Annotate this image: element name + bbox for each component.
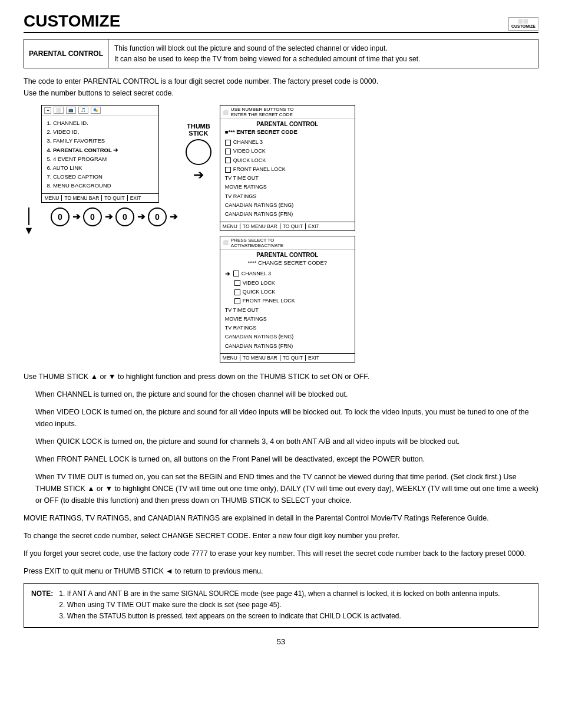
checkbox2-channel3 <box>233 271 239 276</box>
pc-item-tv-ratings: TV RATINGS <box>225 192 350 201</box>
middle-diagram-col: THUMBSTICK ➔ <box>186 105 211 363</box>
pc-item-canadian-eng: CANADIAN RATINGS (ENG) <box>225 201 350 210</box>
pc-screen-enter-code: ⬜ USE NUMBER BUTTONS TOENTER THE SECRET … <box>220 105 355 231</box>
note-item-3: 3. When the STATUS button is pressed, te… <box>59 611 500 622</box>
pc-item-quick-lock: QUICK LOCK <box>225 156 350 165</box>
page-header: CUSTOMIZE ⬜⬜ CUSTOMIZE <box>24 12 538 33</box>
menu-item-5: 5. 4 EVENT PROGRAM <box>47 154 154 163</box>
quick-para: When QUICK LOCK is turned on, the pictur… <box>35 436 538 447</box>
audio-icon: 🎵 <box>78 107 88 114</box>
forget-para: If you forget your secret code, use the … <box>24 548 538 559</box>
thumb-stick-instruction: Use THUMB STICK ▲ or ▼ to highlight func… <box>24 371 538 383</box>
arrow-4: ➔ <box>170 211 177 222</box>
code-zero-3: 0 <box>115 207 134 226</box>
pc-top-note-1: ⬜ USE NUMBER BUTTONS TOENTER THE SECRET … <box>220 106 355 119</box>
pc-item2-canadian-frn: CANADIAN RATINGS (FRN) <box>225 342 350 351</box>
note-item-2: 2. When using TV TIME OUT make sure the … <box>59 599 500 611</box>
menu-item-3: 3. FAMILY FAVORITES <box>47 136 154 145</box>
left-menu-screen: ÷ ⬜ 📺 🎵 🎭 1. CHANNEL ID. 2. VIDEO ID. 3.… <box>41 105 159 203</box>
left-screen-bottom: MENU TO MENU BAR TO QUIT EXIT <box>42 193 158 202</box>
parental-control-label: PARENTAL CONTROL <box>24 39 108 68</box>
pc-item2-video-lock: VIDEO LOCK <box>225 279 350 288</box>
pc-item2-tv-ratings: TV RATINGS <box>225 324 350 332</box>
pc-screen-change-code: ⬜ PRESS SELECT TOACTIVATE/DEACTIVATE PAR… <box>220 236 355 363</box>
arrow-line-vertical <box>28 207 29 225</box>
pc-item2-movie-ratings: MOVIE RATINGS <box>225 315 350 324</box>
movie-para: MOVIE RATINGS, TV RATINGS, and CANADIAN … <box>24 512 538 524</box>
code-info: The code to enter PARENTAL CONTROL is a … <box>24 75 538 99</box>
menu-item-1: 1. CHANNEL ID. <box>47 118 154 127</box>
pc-enter-code-label: ■*** ENTER SECRET CODE <box>220 128 355 136</box>
customize-screen-icon: ⬜ <box>54 107 64 114</box>
arrow-3: ➔ <box>137 211 145 222</box>
checkbox-quick-lock <box>225 157 231 163</box>
diagram-area: ÷ ⬜ 📺 🎵 🎭 1. CHANNEL ID. 2. VIDEO ID. 3.… <box>24 105 538 363</box>
code-entry-area: ▼ 0 ➔ 0 ➔ 0 ➔ 0 ➔ <box>24 207 177 236</box>
code-zero-1: 0 <box>51 207 70 226</box>
arrow-down-icon: ▼ <box>24 225 34 236</box>
checkbox-front-panel <box>225 167 231 173</box>
code-zeros-row: 0 ➔ 0 ➔ 0 ➔ 0 ➔ <box>51 207 177 226</box>
note-label: NOTE: <box>31 588 53 622</box>
pc-title-1: PARENTAL CONTROL <box>220 119 355 128</box>
thumb-stick-circle <box>186 139 211 165</box>
code-zero-4: 0 <box>148 207 167 226</box>
left-screen-menu: 1. CHANNEL ID. 2. VIDEO ID. 3. FAMILY FA… <box>42 116 158 193</box>
pc-bottom-2: MENU TO MENU BAR TO QUIT EXIT <box>220 353 355 362</box>
note-box: NOTE: 1. If ANT A and ANT B are in the s… <box>24 583 538 628</box>
checkbox-video-lock <box>225 149 231 154</box>
menu-item-2: 2. VIDEO ID. <box>47 127 154 136</box>
checkbox-channel3 <box>225 140 231 146</box>
checkbox2-quick-lock <box>234 289 240 295</box>
pc-items-2: ➔CHANNEL 3 VIDEO LOCK QUICK LOCK FRONT P… <box>220 266 355 353</box>
left-diagram-col: ÷ ⬜ 📺 🎵 🎭 1. CHANNEL ID. 2. VIDEO ID. 3.… <box>24 105 177 363</box>
code-zero-2: 0 <box>83 207 102 226</box>
pc-change-code-label: **** CHANGE SECRET CODE? <box>220 259 355 266</box>
checkbox2-video-lock <box>234 280 240 286</box>
right-diagram-col: ⬜ USE NUMBER BUTTONS TOENTER THE SECRET … <box>220 105 355 363</box>
note-items: 1. If ANT A and ANT B are in the same SI… <box>59 588 500 622</box>
pc-bottom-1: MENU TO MENU BAR TO QUIT EXIT <box>220 222 355 230</box>
pc-item2-front-panel: FRONT PANEL LOCK <box>225 297 350 305</box>
channel-para: When CHANNEL is turned on, the picture a… <box>35 388 538 400</box>
pc-top-note-2: ⬜ PRESS SELECT TOACTIVATE/DEACTIVATE <box>220 236 355 250</box>
exit-para: Press EXIT to quit menu or THUMB STICK ◄… <box>24 565 538 577</box>
screen-top-bar: ÷ ⬜ 📺 🎵 🎭 <box>42 106 158 116</box>
pc-item2-tv-timeout: TV TIME OUT <box>225 306 350 315</box>
parental-control-intro-box: PARENTAL CONTROL This function will bloc… <box>24 39 538 68</box>
pc-item-video-lock: VIDEO LOCK <box>225 147 350 156</box>
setup-icon: ÷ <box>44 107 51 114</box>
pc-item-tv-timeout: TV TIME OUT <box>225 174 350 183</box>
pc-item-front-panel: FRONT PANEL LOCK <box>225 165 350 174</box>
change-code-para: To change the secret code number, select… <box>24 530 538 542</box>
menu-item-6: 6. AUTO LINK <box>47 163 154 172</box>
tv-timeout-para: When TV TIME OUT is turned on, you can s… <box>35 471 538 506</box>
pc-item-canadian-frn: CANADIAN RATINGS (FRN) <box>225 210 350 219</box>
pc-item-channel3: CHANNEL 3 <box>225 138 350 147</box>
arrow-1: ➔ <box>72 211 80 222</box>
page-title: CUSTOMIZE <box>24 12 120 31</box>
front-para: When FRONT PANEL LOCK is turned on, all … <box>35 453 538 465</box>
thumb-stick-label: THUMBSTICK <box>187 123 210 137</box>
pc-item2-canadian-eng: CANADIAN RATINGS (ENG) <box>225 332 350 341</box>
note-item-1: 1. If ANT A and ANT B are in the same SI… <box>59 588 500 599</box>
video-icon: 📺 <box>66 107 76 114</box>
menu-item-8: 8. MENU BACKGROUND <box>47 181 154 190</box>
right-arrow-icon: ➔ <box>193 167 204 183</box>
menu-item-4: 4. PARENTAL CONTROL ➔ <box>47 146 154 154</box>
pc-title-2: PARENTAL CONTROL <box>220 250 355 259</box>
arrow-down-area: ▼ <box>24 207 34 236</box>
menu-item-7: 7. CLOSED CAPTION <box>47 172 154 181</box>
pc-item-movie-ratings: MOVIE RATINGS <box>225 183 350 192</box>
intro-description: This function will block out the picture… <box>108 39 426 68</box>
customize-icon: ⬜⬜ CUSTOMIZE <box>508 17 538 31</box>
pc-items-1: CHANNEL 3 VIDEO LOCK QUICK LOCK FRONT PA… <box>220 136 355 222</box>
theater-icon: 🎭 <box>91 107 101 114</box>
checkbox2-front-panel <box>234 298 240 304</box>
arrow-2: ➔ <box>105 211 113 222</box>
note-content: NOTE: 1. If ANT A and ANT B are in the s… <box>31 588 531 622</box>
pc-item2-quick-lock: QUICK LOCK <box>225 288 350 297</box>
pc-item2-channel3: ➔CHANNEL 3 <box>225 269 350 279</box>
page-number: 53 <box>24 637 538 646</box>
video-para: When VIDEO LOCK is turned on, the pictur… <box>35 406 538 430</box>
